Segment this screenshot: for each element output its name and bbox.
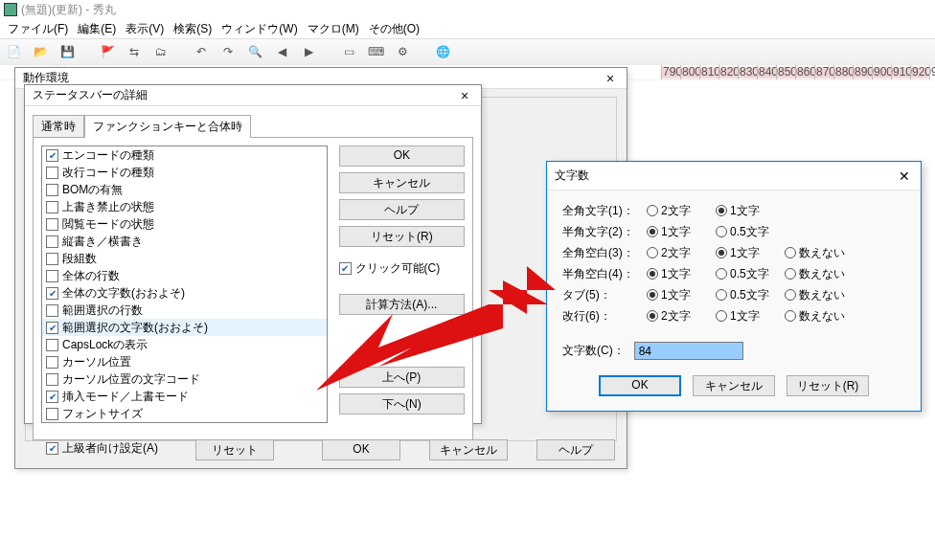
prev-icon[interactable]: ◀ bbox=[272, 42, 291, 61]
sb-cancel-button[interactable]: キャンセル bbox=[339, 172, 465, 193]
option-row: 半角空白(4)：1文字0.5文字数えない bbox=[562, 263, 905, 284]
sb-ok-button[interactable]: OK bbox=[339, 146, 465, 167]
move-down-button[interactable]: 下へ(N) bbox=[339, 393, 465, 414]
item-checkbox[interactable] bbox=[46, 270, 58, 282]
list-item[interactable]: 改行コードの種類 bbox=[42, 164, 327, 181]
menu-other[interactable]: その他(O) bbox=[365, 19, 423, 39]
close-icon[interactable]: ✕ bbox=[892, 168, 917, 185]
cc-cancel-button[interactable]: キャンセル bbox=[693, 375, 775, 396]
sb-help-button[interactable]: ヘルプ bbox=[339, 199, 465, 220]
radio-option[interactable]: 数えない bbox=[785, 308, 854, 325]
radio-option[interactable]: 1文字 bbox=[647, 287, 716, 303]
list-item[interactable]: 上書き禁止の状態 bbox=[42, 198, 327, 215]
list-item[interactable]: カーソル位置の文字コード bbox=[42, 370, 327, 388]
radio-option[interactable]: 数えない bbox=[785, 287, 854, 303]
list-item[interactable]: フォントサイズ bbox=[42, 405, 327, 422]
radio-option[interactable]: 数えない bbox=[785, 266, 854, 282]
item-checkbox[interactable] bbox=[46, 304, 58, 317]
cc-ok-button[interactable]: OK bbox=[599, 375, 681, 396]
radio-option[interactable]: 1文字 bbox=[647, 224, 716, 240]
redo-icon[interactable]: ↷ bbox=[218, 42, 238, 61]
radio-option[interactable]: 0.5文字 bbox=[716, 266, 785, 282]
new-icon[interactable]: 📄 bbox=[4, 42, 23, 61]
window-title: (無題)(更新) - 秀丸 bbox=[21, 2, 116, 18]
window-icon[interactable]: ▭ bbox=[339, 42, 358, 61]
menu-macro[interactable]: マクロ(M) bbox=[304, 19, 363, 39]
item-checkbox[interactable] bbox=[46, 339, 58, 351]
save-icon[interactable]: 💾 bbox=[57, 42, 77, 61]
item-checkbox[interactable] bbox=[46, 408, 58, 420]
radio-option[interactable]: 1文字 bbox=[716, 203, 785, 219]
radio-option[interactable]: 数えない bbox=[785, 245, 854, 261]
ruler-mark: 930 bbox=[929, 65, 935, 80]
close-icon[interactable]: × bbox=[598, 70, 623, 87]
move-up-button[interactable]: 上へ(P) bbox=[339, 367, 465, 388]
item-checkbox[interactable] bbox=[46, 184, 58, 196]
arrows-icon[interactable]: ⇆ bbox=[125, 42, 144, 61]
radio-option[interactable]: 2文字 bbox=[647, 245, 716, 261]
radio-option[interactable]: 2文字 bbox=[647, 203, 716, 219]
flag-icon[interactable]: 🚩 bbox=[98, 42, 117, 61]
item-checkbox[interactable] bbox=[46, 287, 58, 300]
list-item[interactable]: BOMの有無 bbox=[42, 181, 327, 198]
browser-icon[interactable]: 🌐 bbox=[433, 42, 452, 61]
sb-dialog-title-bar[interactable]: ステータスバーの詳細 × bbox=[25, 85, 481, 106]
list-item[interactable]: 挿入モード／上書モード bbox=[42, 388, 327, 405]
radio-option[interactable]: 0.5文字 bbox=[716, 287, 785, 303]
item-checkbox[interactable] bbox=[46, 373, 58, 386]
list-item[interactable]: 縦書き／横書き bbox=[42, 233, 327, 250]
list-item[interactable]: 範囲選択の行数 bbox=[42, 302, 327, 319]
tab-fnkey[interactable]: ファンクションキーと合体時 bbox=[84, 115, 251, 138]
list-item[interactable]: 範囲選択の文字数(おおよそ) bbox=[42, 319, 327, 336]
open-icon[interactable]: 📂 bbox=[31, 42, 50, 61]
item-label: 挿入モード／上書モード bbox=[62, 389, 189, 405]
calc-method-button[interactable]: 計算方法(A)... bbox=[339, 294, 465, 315]
item-checkbox[interactable] bbox=[46, 322, 58, 334]
item-checkbox[interactable] bbox=[46, 167, 58, 179]
item-checkbox[interactable] bbox=[46, 218, 58, 231]
list-item[interactable]: 段組数 bbox=[42, 250, 327, 267]
radio-option[interactable]: 1文字 bbox=[716, 245, 785, 261]
undo-icon[interactable]: ↶ bbox=[192, 42, 211, 61]
list-item[interactable]: 閲覧モードの状態 bbox=[42, 215, 327, 233]
menu-window[interactable]: ウィンドウ(W) bbox=[217, 19, 301, 39]
menu-bar[interactable]: ファイル(F) 編集(E) 表示(V) 検索(S) ウィンドウ(W) マクロ(M… bbox=[0, 19, 935, 38]
item-checkbox[interactable] bbox=[46, 201, 58, 213]
list-item[interactable]: エンコードの種類 bbox=[42, 146, 327, 164]
cc-reset-button[interactable]: リセット(R) bbox=[787, 375, 869, 396]
cmd-icon[interactable]: ⚙ bbox=[393, 42, 412, 61]
menu-search[interactable]: 検索(S) bbox=[170, 19, 216, 39]
tab-normal[interactable]: 通常時 bbox=[33, 115, 84, 138]
menu-file[interactable]: ファイル(F) bbox=[4, 19, 72, 39]
stack-icon[interactable]: 🗂 bbox=[151, 42, 171, 61]
key-icon[interactable]: ⌨ bbox=[366, 42, 385, 61]
item-checkbox[interactable] bbox=[46, 235, 58, 248]
item-checkbox[interactable] bbox=[46, 149, 58, 162]
item-checkbox[interactable] bbox=[46, 253, 58, 265]
item-checkbox[interactable] bbox=[46, 391, 58, 403]
menu-view[interactable]: 表示(V) bbox=[122, 19, 168, 39]
char-width-input[interactable] bbox=[634, 342, 743, 360]
clickable-checkbox[interactable] bbox=[339, 262, 352, 275]
statusbar-items-listbox[interactable]: エンコードの種類改行コードの種類BOMの有無上書き禁止の状態閲覧モードの状態縦書… bbox=[41, 146, 328, 423]
next-icon[interactable]: ▶ bbox=[299, 42, 318, 61]
list-item[interactable]: CapsLockの表示 bbox=[42, 336, 327, 353]
advanced-settings-checkbox[interactable] bbox=[46, 442, 58, 455]
radio-option[interactable]: 1文字 bbox=[647, 266, 716, 282]
radio-option[interactable]: 2文字 bbox=[647, 308, 716, 325]
item-checkbox[interactable] bbox=[46, 356, 58, 369]
close-icon[interactable]: × bbox=[452, 87, 477, 104]
radio-option[interactable]: 0.5文字 bbox=[716, 224, 785, 240]
env-ok-button[interactable]: OK bbox=[322, 439, 400, 460]
sb-reset-button[interactable]: リセット(R) bbox=[339, 226, 465, 247]
list-item[interactable]: 全体の文字数(おおよそ) bbox=[42, 284, 327, 302]
menu-edit[interactable]: 編集(E) bbox=[74, 19, 120, 39]
env-cancel-button[interactable]: キャンセル bbox=[429, 439, 508, 460]
list-item[interactable]: カーソル位置 bbox=[42, 353, 327, 370]
env-reset-button[interactable]: リセット bbox=[195, 439, 274, 460]
list-item[interactable]: 全体の行数 bbox=[42, 267, 327, 284]
env-help-button[interactable]: ヘルプ bbox=[536, 439, 615, 460]
search-icon[interactable]: 🔍 bbox=[245, 42, 264, 61]
radio-option[interactable]: 1文字 bbox=[716, 308, 785, 325]
cc-dialog-title-bar[interactable]: 文字数 ✕ bbox=[547, 162, 921, 190]
